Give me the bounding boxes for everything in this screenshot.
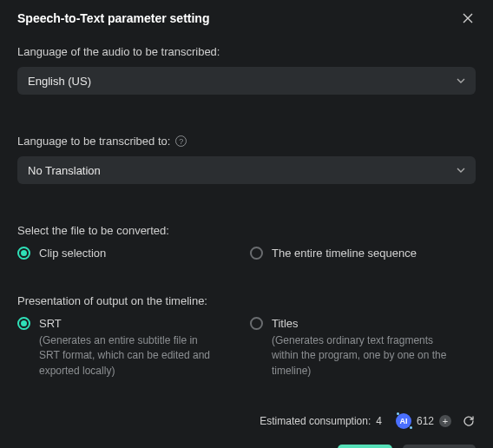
close-icon	[463, 13, 473, 23]
radio-clip-selection[interactable]: Clip selection	[17, 246, 106, 260]
source-language-group: Language of the audio to be transcribed:…	[17, 45, 476, 115]
ok-button[interactable]: OK	[338, 445, 392, 448]
radio-entire-timeline[interactable]: The entire timeline sequence	[250, 246, 417, 260]
button-row: Auto-match ? OK Cancel	[17, 445, 476, 448]
dialog-header: Speech-to-Text parameter setting	[17, 10, 476, 26]
file-select-group: Select the file to be converted: Clip se…	[17, 224, 476, 275]
close-button[interactable]	[460, 10, 476, 26]
radio-icon	[17, 317, 30, 330]
dialog-footer: Estimated consumption: 4 AI 612 + Auto-m…	[17, 413, 476, 448]
radio-icon	[250, 247, 263, 260]
output-label: Presentation of output on the timeline:	[17, 294, 476, 307]
radio-timeline-label: The entire timeline sequence	[272, 247, 417, 260]
target-language-value: No Translation	[28, 164, 101, 177]
estimate-row: Estimated consumption: 4 AI 612 +	[17, 413, 476, 429]
radio-clip-label: Clip selection	[39, 247, 106, 260]
source-language-value: English (US)	[28, 75, 91, 88]
source-language-label: Language of the audio to be transcribed:	[17, 45, 476, 58]
stt-settings-dialog: Speech-to-Text parameter setting Languag…	[0, 0, 493, 448]
add-credits-button[interactable]: +	[439, 415, 451, 427]
refresh-icon	[463, 415, 475, 427]
cancel-button[interactable]: Cancel	[403, 445, 476, 448]
refresh-button[interactable]	[462, 414, 476, 428]
output-presentation-group: Presentation of output on the timeline: …	[17, 294, 476, 394]
help-icon[interactable]: ?	[175, 135, 187, 147]
radio-icon	[17, 247, 30, 260]
file-select-label: Select the file to be converted:	[17, 224, 476, 237]
radio-icon	[250, 317, 263, 330]
radio-titles[interactable]: Titles	[250, 316, 299, 330]
radio-srt[interactable]: SRT	[17, 316, 62, 330]
estimate-label: Estimated consumption:	[260, 415, 371, 427]
radio-titles-label: Titles	[272, 317, 299, 330]
target-language-label-text: Language to be transcribed to:	[17, 135, 170, 148]
target-language-label: Language to be transcribed to: ?	[17, 135, 476, 148]
target-language-select[interactable]: No Translation	[17, 156, 476, 184]
output-options: SRT (Generates an entire subtitle file i…	[17, 316, 476, 379]
file-select-options: Clip selection The entire timeline seque…	[17, 246, 476, 260]
chevron-down-icon	[457, 78, 465, 83]
target-language-group: Language to be transcribed to: ? No Tran…	[17, 135, 476, 205]
radio-srt-label: SRT	[39, 317, 62, 330]
estimate-value: 4	[376, 415, 382, 427]
source-language-select[interactable]: English (US)	[17, 67, 476, 95]
radio-titles-desc: (Generates ordinary text fragments withi…	[250, 333, 450, 379]
action-buttons: OK Cancel	[338, 445, 476, 448]
dialog-title: Speech-to-Text parameter setting	[17, 11, 209, 25]
credits-value: 612	[417, 415, 434, 427]
radio-srt-desc: (Generates an entire subtitle file in SR…	[17, 333, 217, 379]
ai-credits-icon: AI	[396, 413, 411, 429]
chevron-down-icon	[457, 168, 465, 173]
